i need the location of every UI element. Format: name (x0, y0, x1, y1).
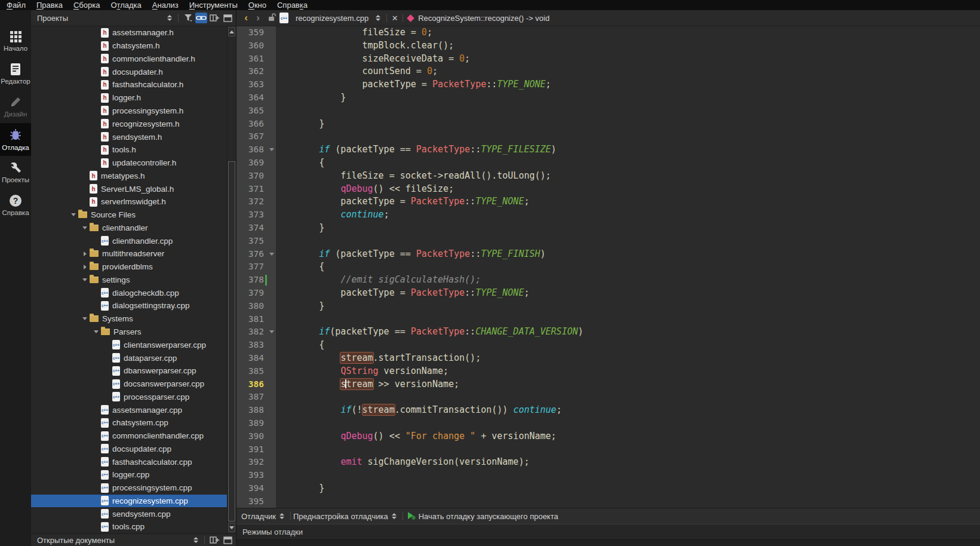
open-file-name[interactable]: recognizesystem.cpp (296, 14, 368, 23)
code-area[interactable]: 359 fileSize = 0;360 tmpBlock.clear();36… (236, 26, 980, 508)
gutter-line-362[interactable]: 362 (236, 65, 276, 78)
gutter-line-392[interactable]: 392 (236, 456, 276, 469)
gutter-line-377[interactable]: 377 (236, 260, 276, 274)
tree-item-dialogsettingstray.cpp[interactable]: c++dialogsettingstray.cpp (31, 299, 227, 312)
tree-item-logger.h[interactable]: hlogger.h (31, 91, 227, 105)
code-line-390[interactable]: qDebug() << "For change " + versionName; (276, 430, 980, 443)
code-line-388[interactable]: if(!stream.commitTransaction()) continue… (276, 404, 980, 417)
tree-item-processingsystem.cpp[interactable]: c++processingsystem.cpp (31, 481, 227, 495)
gutter-line-365[interactable]: 365 (236, 105, 276, 118)
tree-item-docsupdater.cpp[interactable]: c++docsupdater.cpp (31, 443, 227, 456)
gutter-line-394[interactable]: 394 (236, 482, 276, 495)
gutter-line-368[interactable]: 368 (236, 143, 276, 157)
gutter-line-359[interactable]: 359 (236, 26, 276, 39)
tree-item-processingsystem.h[interactable]: hprocessingsystem.h (31, 105, 227, 118)
tree-item-commonclienthandler.h[interactable]: hcommonclienthandler.h (31, 53, 227, 66)
mode-help[interactable]: ? Справка (0, 189, 31, 222)
collapsed-arrow-icon[interactable] (80, 251, 90, 256)
gutter-line-360[interactable]: 360 (236, 39, 276, 53)
gutter-line-382[interactable]: 382 (236, 326, 276, 339)
gutter-line-364[interactable]: 364 (236, 91, 276, 105)
gutter-line-395[interactable]: 395 (236, 495, 276, 508)
code-line-361[interactable]: sizeReceiveData = 0; (276, 53, 980, 66)
menu-item-window[interactable]: Окно (243, 0, 272, 10)
expanded-arrow-icon[interactable] (80, 226, 90, 229)
code-line-385[interactable]: QString versionName; (276, 365, 980, 378)
filter-icon[interactable] (182, 13, 194, 23)
gutter-line-369[interactable]: 369 (236, 157, 276, 170)
tree-item-tools.cpp[interactable]: c++tools.cpp (31, 520, 227, 533)
tree-item-processparser.cpp[interactable]: c++processparser.cpp (31, 390, 227, 403)
gutter-line-385[interactable]: 385 (236, 365, 276, 378)
tree-item-source-files[interactable]: Source Files (31, 208, 227, 222)
tree-item-recognizesystem.cpp[interactable]: c++recognizesystem.cpp (31, 495, 227, 508)
tree-item-tools.h[interactable]: htools.h (31, 143, 227, 157)
code-line-395[interactable] (276, 495, 980, 508)
gutter-line-366[interactable]: 366 (236, 118, 276, 131)
code-line-359[interactable]: fileSize = 0; (276, 26, 980, 39)
tree-item-commonclienthandler.cpp[interactable]: c++commonclienthandler.cpp (31, 430, 227, 443)
code-line-380[interactable]: } (276, 300, 980, 313)
code-line-365[interactable] (276, 105, 980, 118)
tree-item-dataparser.cpp[interactable]: c++dataparser.cpp (31, 351, 227, 364)
code-line-374[interactable]: } (276, 222, 980, 235)
code-line-379[interactable]: packetType = PacketType::TYPE_NONE; (276, 287, 980, 300)
tree-item-dbanswerparser.cpp[interactable]: c++dbanswerparser.cpp (31, 364, 227, 378)
tree-item-fasthashcalculator.cpp[interactable]: c++fasthashcalculator.cpp (31, 455, 227, 468)
code-line-382[interactable]: if(packetType == PacketType::CHANGE_DATA… (276, 326, 980, 339)
back-arrow-icon[interactable]: ‹ (240, 11, 252, 24)
tree-item-updatecontroller.h[interactable]: hupdatecontroller.h (31, 157, 227, 170)
code-line-373[interactable]: continue; (276, 208, 980, 222)
gutter-line-391[interactable]: 391 (236, 443, 276, 456)
updown-icon[interactable] (193, 537, 198, 543)
mode-projects[interactable]: Проекты (0, 156, 31, 189)
updown-icon[interactable] (279, 513, 284, 519)
code-line-386[interactable]: stream >> versionName; (276, 378, 980, 391)
tree-item-sendsystem.h[interactable]: hsendsystem.h (31, 130, 227, 143)
gutter-line-373[interactable]: 373 (236, 208, 276, 222)
debugger-preset-combo[interactable]: Преднастройка отладчика (293, 512, 388, 521)
open-documents-combo[interactable]: Открытые документы (37, 536, 190, 545)
close-icon[interactable]: ✕ (389, 14, 400, 23)
code-line-394[interactable]: } (276, 482, 980, 495)
collapse-panel-icon[interactable] (222, 13, 234, 23)
code-line-371[interactable]: qDebug() << fileSize; (276, 183, 980, 196)
code-line-369[interactable]: { (276, 157, 980, 170)
menu-item-debug[interactable]: Отладка (105, 0, 146, 10)
mode-welcome[interactable]: Начало (0, 24, 31, 57)
gutter-line-378[interactable]: 378 (236, 274, 276, 287)
expanded-arrow-icon[interactable] (80, 317, 90, 320)
tree-item-providerdblms[interactable]: providerdblms (31, 260, 227, 274)
menu-item-build[interactable]: Сборка (68, 0, 106, 10)
gutter-line-393[interactable]: 393 (236, 469, 276, 482)
code-line-372[interactable]: packetType = PacketType::TYPE_NONE; (276, 195, 980, 208)
code-line-387[interactable] (276, 391, 980, 404)
fold-marker-icon[interactable] (269, 330, 274, 333)
menu-item-help[interactable]: Справка (272, 0, 313, 10)
mode-debug[interactable]: Отладка (0, 123, 31, 156)
tree-item-fasthashcalculator.h[interactable]: hfasthashcalculator.h (31, 78, 227, 91)
tree-item-clientanswerparser.cpp[interactable]: c++clientanswerparser.cpp (31, 338, 227, 351)
tree-item-dialogcheckdb.cpp[interactable]: c++dialogcheckdb.cpp (31, 286, 227, 299)
code-line-368[interactable]: if (packetType == PacketType::TYPE_FILES… (276, 143, 980, 157)
code-line-364[interactable]: } (276, 91, 980, 105)
debugger-combo[interactable]: Отладчик (241, 512, 276, 521)
tree-item-multithreadserver[interactable]: multithreadserver (31, 247, 227, 260)
gutter-line-390[interactable]: 390 (236, 430, 276, 443)
collapse-panel-icon[interactable] (222, 535, 234, 545)
gutter-line-380[interactable]: 380 (236, 300, 276, 313)
menu-item-analyze[interactable]: Анализ (147, 0, 184, 10)
expanded-arrow-icon[interactable] (91, 330, 101, 333)
tree-item-assetsmanager.h[interactable]: hassetsmanager.h (31, 26, 227, 39)
gutter-line-388[interactable]: 388 (236, 404, 276, 417)
gutter-line-379[interactable]: 379 (236, 287, 276, 300)
tree-item-docsanswerparser.cpp[interactable]: c++docsanswerparser.cpp (31, 378, 227, 391)
updown-icon[interactable] (376, 15, 380, 21)
tree-item-logger.cpp[interactable]: c++logger.cpp (31, 468, 227, 481)
menu-item-file[interactable]: Файл (1, 0, 31, 10)
tree-scrollbar[interactable] (227, 26, 236, 533)
tree-item-settings[interactable]: settings (31, 274, 227, 287)
unlocked-icon[interactable] (268, 13, 276, 23)
tree-item-chatsystem.cpp[interactable]: c++chatsystem.cpp (31, 416, 227, 430)
tree-item-sendsystem.cpp[interactable]: c++sendsystem.cpp (31, 507, 227, 520)
